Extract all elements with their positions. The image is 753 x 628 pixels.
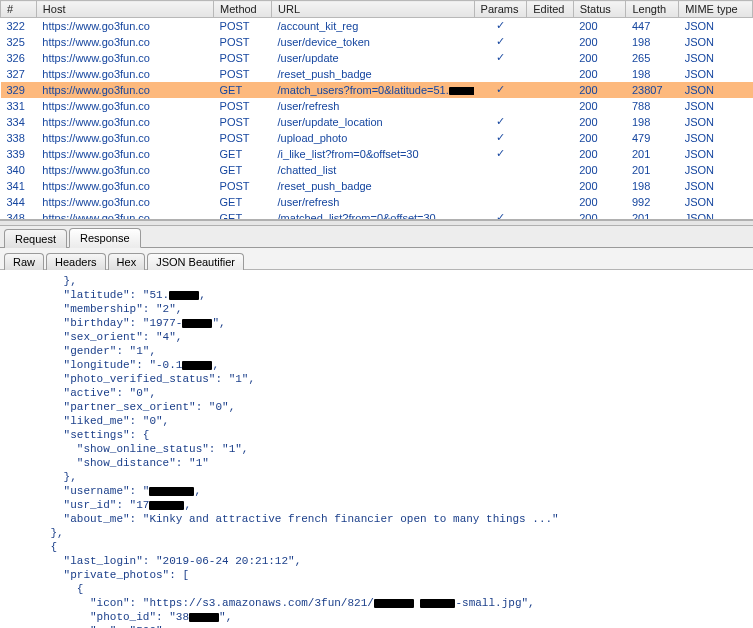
redaction (420, 599, 455, 608)
table-cell: POST (214, 34, 272, 50)
table-cell: JSON (679, 114, 753, 130)
table-cell: 200 (573, 194, 626, 210)
json-line: "birthday": "1977-", (24, 316, 745, 330)
table-cell: /match_users?from=0&latitude=51... (272, 82, 475, 98)
json-line: }, (24, 470, 745, 484)
table-row[interactable]: 325https://www.go3fun.coPOST/user/device… (1, 34, 753, 50)
table-row[interactable]: 348https://www.go3fun.coGET/matched_list… (1, 210, 753, 221)
table-cell: 201 (626, 162, 679, 178)
tab-label: Response (80, 232, 130, 244)
table-cell: /reset_push_badge (272, 178, 475, 194)
table-cell: https://www.go3fun.co (36, 18, 213, 34)
table-cell: 200 (573, 18, 626, 34)
column-header[interactable]: MIME type (679, 1, 753, 18)
redaction (189, 613, 219, 622)
column-header[interactable]: Params (474, 1, 527, 18)
table-cell: JSON (679, 82, 753, 98)
table-cell: ✓ (474, 50, 527, 66)
table-cell: GET (214, 146, 272, 162)
table-cell: https://www.go3fun.co (36, 50, 213, 66)
table-cell: 334 (1, 114, 37, 130)
table-cell: 329 (1, 82, 37, 98)
table-cell (474, 66, 527, 82)
json-line: { (24, 582, 745, 596)
table-header-row[interactable]: #HostMethodURLParamsEditedStatusLengthMI… (1, 1, 753, 18)
table-cell (474, 98, 527, 114)
json-line: "partner_sex_orient": "0", (24, 400, 745, 414)
table-row[interactable]: 344https://www.go3fun.coGET/user/refresh… (1, 194, 753, 210)
tab-response[interactable]: Response (69, 228, 141, 248)
table-cell: POST (214, 178, 272, 194)
table-cell: 479 (626, 130, 679, 146)
json-body-pane[interactable]: }, "latitude": "51., "membership": "2", … (0, 270, 753, 628)
table-row[interactable]: 339https://www.go3fun.coGET/i_like_list?… (1, 146, 753, 162)
table-cell: JSON (679, 178, 753, 194)
table-cell: /user/update (272, 50, 475, 66)
table-cell: POST (214, 50, 272, 66)
table-cell: JSON (679, 66, 753, 82)
table-cell: 201 (626, 210, 679, 221)
subtab-json-beautifier[interactable]: JSON Beautifier (147, 253, 244, 270)
table-row[interactable]: 338https://www.go3fun.coPOST/upload_phot… (1, 130, 753, 146)
table-row[interactable]: 327https://www.go3fun.coPOST/reset_push_… (1, 66, 753, 82)
table-cell: https://www.go3fun.co (36, 66, 213, 82)
table-cell: JSON (679, 98, 753, 114)
table-cell: https://www.go3fun.co (36, 98, 213, 114)
table-cell (527, 146, 573, 162)
tab-request[interactable]: Request (4, 229, 67, 248)
table-cell (474, 178, 527, 194)
table-cell: ✓ (474, 34, 527, 50)
table-cell: POST (214, 66, 272, 82)
table-cell: /account_kit_reg (272, 18, 475, 34)
main-tabs: Request Response (0, 226, 753, 248)
table-cell: 348 (1, 210, 37, 221)
table-row[interactable]: 329https://www.go3fun.coGET/match_users?… (1, 82, 753, 98)
table-cell: JSON (679, 130, 753, 146)
json-line: "usr_id": "17, (24, 498, 745, 512)
json-line: "photo_id": "38", (24, 610, 745, 624)
table-row[interactable]: 334https://www.go3fun.coPOST/user/update… (1, 114, 753, 130)
column-header[interactable]: Method (214, 1, 272, 18)
json-line: }, (24, 526, 745, 540)
table-cell: 331 (1, 98, 37, 114)
table-cell: JSON (679, 210, 753, 221)
json-line: "username": ", (24, 484, 745, 498)
subtab-raw[interactable]: Raw (4, 253, 44, 270)
table-cell: JSON (679, 50, 753, 66)
table-cell: 200 (573, 50, 626, 66)
table-row[interactable]: 340https://www.go3fun.coGET/chatted_list… (1, 162, 753, 178)
table-cell: /user/refresh (272, 194, 475, 210)
table-cell: 198 (626, 66, 679, 82)
json-line: "membership": "2", (24, 302, 745, 316)
table-row[interactable]: 331https://www.go3fun.coPOST/user/refres… (1, 98, 753, 114)
table-row[interactable]: 322https://www.go3fun.coPOST/account_kit… (1, 18, 753, 34)
table-cell: /reset_push_badge (272, 66, 475, 82)
table-cell: 344 (1, 194, 37, 210)
table-cell: 327 (1, 66, 37, 82)
column-header[interactable]: Length (626, 1, 679, 18)
subtab-headers[interactable]: Headers (46, 253, 106, 270)
json-line: { (24, 540, 745, 554)
column-header[interactable]: Status (573, 1, 626, 18)
column-header[interactable]: Edited (527, 1, 573, 18)
table-row[interactable]: 326https://www.go3fun.coPOST/user/update… (1, 50, 753, 66)
subtab-label: JSON Beautifier (156, 256, 235, 268)
json-line: "show_online_status": "1", (24, 442, 745, 456)
request-table: #HostMethodURLParamsEditedStatusLengthMI… (0, 0, 753, 220)
json-line: "private_photos": [ (24, 568, 745, 582)
table-row[interactable]: 341https://www.go3fun.coPOST/reset_push_… (1, 178, 753, 194)
table-cell: POST (214, 130, 272, 146)
request-table-pane[interactable]: #HostMethodURLParamsEditedStatusLengthMI… (0, 0, 753, 220)
table-cell: /upload_photo (272, 130, 475, 146)
column-header[interactable]: Host (36, 1, 213, 18)
table-cell: https://www.go3fun.co (36, 130, 213, 146)
table-cell: 325 (1, 34, 37, 50)
subtab-label: Headers (55, 256, 97, 268)
json-line: }, (24, 274, 745, 288)
column-header[interactable]: # (1, 1, 37, 18)
redaction (149, 501, 184, 510)
table-cell: https://www.go3fun.co (36, 210, 213, 221)
json-line: "settings": { (24, 428, 745, 442)
column-header[interactable]: URL (272, 1, 475, 18)
subtab-hex[interactable]: Hex (108, 253, 146, 270)
